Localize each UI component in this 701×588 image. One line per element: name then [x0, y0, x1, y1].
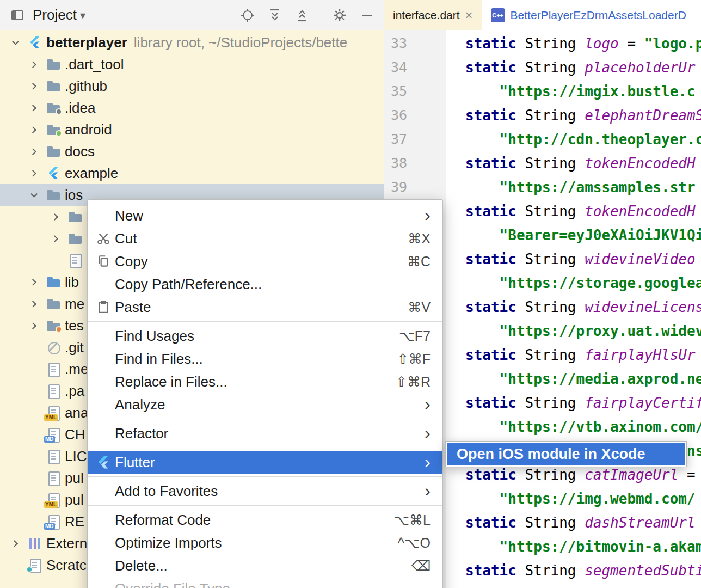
chevron-right-icon[interactable]: [30, 119, 47, 140]
folder-icon: [47, 188, 60, 201]
menu-item-delete[interactable]: Delete... ⌫: [88, 554, 442, 577]
code-token: "https://proxy.uat.widev: [465, 323, 701, 339]
tree-item-label: lib: [65, 274, 79, 291]
menu-icon-placeholder: [96, 484, 115, 498]
menu-icon-placeholder: [96, 209, 115, 223]
project-panel-title[interactable]: Project: [33, 7, 77, 23]
code-line: static String tokenEncodedH: [465, 151, 701, 175]
menu-icon-placeholder: [96, 352, 115, 366]
tree-item-example[interactable]: example: [0, 162, 384, 184]
chevron-right-icon[interactable]: [52, 206, 69, 228]
yaml-file-icon: YML: [47, 406, 60, 419]
code-token: "https://media.axprod.ne: [465, 371, 701, 387]
chevron-right-icon[interactable]: [30, 293, 47, 315]
menu-icon-placeholder: [96, 329, 115, 343]
chevron-placeholder: [30, 380, 47, 402]
tree-item-label: RE: [65, 513, 84, 530]
code-token: logo: [585, 35, 619, 52]
tree-item-docs[interactable]: docs: [0, 140, 384, 162]
menu-item-cut[interactable]: Cut ⌘X: [88, 227, 442, 250]
code-line: static String widevineLicens: [465, 295, 701, 319]
code-line: "https://amssamples.str: [465, 175, 701, 199]
code-token: static: [465, 347, 516, 363]
chevron-right-icon[interactable]: [30, 97, 47, 119]
submenu-arrow-icon: [425, 397, 431, 412]
expand-all-icon[interactable]: [266, 7, 284, 24]
menu-item-paste[interactable]: Paste ⌘V: [88, 296, 442, 318]
line-number: 35: [384, 79, 407, 103]
menu-item-replace-in-files[interactable]: Replace in Files... ⇧⌘R: [88, 370, 442, 393]
submenu-item-open-ios-module-in-xcode[interactable]: Open iOS module in Xcode: [447, 443, 685, 465]
code-token: dashStreamUrl: [585, 514, 696, 531]
menu-item-find-in-files[interactable]: Find in Files... ⇧⌘F: [88, 347, 442, 370]
code-token: String: [516, 514, 585, 531]
flutter-icon: [28, 36, 41, 49]
code-token: "https://bitmovin-a.akam: [465, 538, 701, 555]
tree-item-github[interactable]: .github: [0, 75, 384, 97]
chevron-down-icon[interactable]: [12, 32, 28, 53]
code-line: "https://eng-demo.cabl: [465, 583, 701, 588]
folder-icon: [69, 232, 82, 245]
code-line: "Bearer=eyJ0eXAiOiJKV1Qi: [465, 223, 701, 247]
tab-betterplayer-ezdrm-loader[interactable]: C++ BetterPlayerEzDrmAssetsLoaderD: [482, 0, 701, 30]
menu-item-find-usages[interactable]: Find Usages ⌥F7: [88, 324, 442, 347]
close-icon[interactable]: [465, 9, 473, 22]
menu-item-reformat-code[interactable]: Reformat Code ⌥⌘L: [88, 509, 442, 531]
menu-shortcut: ⌘C: [407, 254, 431, 270]
menu-item-analyze[interactable]: Analyze: [88, 393, 442, 416]
menu-item-add-to-favorites[interactable]: Add to Favorites: [88, 480, 442, 503]
chevron-right-icon[interactable]: [30, 140, 47, 162]
file-icon: [47, 450, 60, 463]
code-line: "https://imgix.bustle.c: [465, 79, 701, 103]
chevron-down-icon[interactable]: [30, 184, 47, 206]
tree-item-android[interactable]: android: [0, 119, 384, 140]
tab-interface-dart[interactable]: interface.dart: [384, 0, 482, 30]
file-icon: [47, 471, 60, 485]
chevron-right-icon[interactable]: [30, 315, 47, 336]
collapse-all-icon[interactable]: [293, 7, 311, 24]
code-token: "Bearer=eyJ0eXAiOiJKV1Qi: [465, 227, 701, 243]
code-token: fairplayCertif: [585, 395, 701, 411]
folder-test-icon: [47, 319, 60, 332]
menu-item-new[interactable]: New: [88, 204, 442, 227]
menu-shortcut: ^⌥O: [398, 535, 431, 551]
tree-item-label: ana: [65, 405, 88, 421]
flutter-submenu: Open iOS module in Xcode: [445, 441, 687, 467]
menu-item-label: Copy Path/Reference...: [115, 276, 431, 293]
file-icon: [69, 254, 82, 267]
menu-item-label: Delete...: [115, 558, 401, 574]
menu-item-flutter[interactable]: Flutter: [88, 451, 442, 474]
code-token: tokenEncodedH: [585, 155, 696, 171]
chevron-right-icon[interactable]: [30, 271, 47, 293]
menu-item-optimize-imports[interactable]: Optimize Imports ^⌥O: [88, 531, 442, 554]
tree-item-dart-tool[interactable]: .dart_tool: [0, 53, 384, 75]
menu-item-label: Add to Favorites: [115, 483, 414, 500]
tree-item-suffix: library root, ~/StudioProjects/bette: [134, 34, 347, 51]
tree-item-label: example: [65, 165, 118, 182]
menu-separator: [88, 321, 442, 322]
file-icon: [47, 363, 60, 376]
menu-item-label: Replace in Files...: [115, 373, 385, 390]
chevron-right-icon[interactable]: [12, 532, 28, 554]
code-token: static: [465, 155, 516, 171]
locate-icon[interactable]: [239, 7, 256, 24]
line-number: 37: [384, 127, 407, 151]
code-token: elephantDreamS: [585, 107, 701, 124]
chevron-right-icon[interactable]: [30, 53, 47, 75]
menu-item-refactor[interactable]: Refactor: [88, 422, 442, 445]
code-editor[interactable]: static String logo = "logo.p static Stri…: [446, 30, 701, 588]
tree-item-idea[interactable]: .idea: [0, 97, 384, 119]
menu-item-label: Find in Files...: [115, 351, 386, 367]
hide-panel-icon[interactable]: [358, 7, 376, 24]
chevron-down-icon[interactable]: [80, 9, 85, 22]
chevron-right-icon[interactable]: [30, 75, 47, 97]
chevron-right-icon[interactable]: [30, 162, 47, 184]
menu-item-copy[interactable]: Copy ⌘C: [88, 250, 442, 273]
tree-item-betterplayer[interactable]: betterplayer library root, ~/StudioProje…: [0, 32, 384, 53]
chevron-placeholder: [52, 249, 69, 271]
menu-item-copy-path-reference[interactable]: Copy Path/Reference...: [88, 273, 442, 296]
tab-label: interface.dart: [393, 9, 460, 22]
code-token: String: [516, 347, 585, 363]
chevron-right-icon[interactable]: [52, 228, 69, 249]
settings-icon[interactable]: [331, 7, 348, 24]
